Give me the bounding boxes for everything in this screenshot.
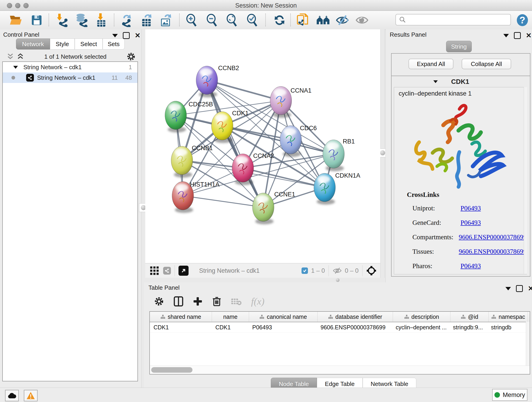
- cell-shared-name[interactable]: CDK1: [150, 322, 212, 332]
- horizontal-splitter[interactable]: [144, 278, 385, 282]
- table-vertical-scrollbar[interactable]: [526, 322, 530, 366]
- network-node-CCNB2[interactable]: CCNB2: [196, 65, 239, 97]
- expand-all-button[interactable]: Expand All: [409, 59, 453, 69]
- zoom-fit-icon[interactable]: [225, 13, 239, 27]
- panel-float-icon[interactable]: [112, 34, 118, 37]
- crosslink-row: Uniprot:P06493: [394, 204, 526, 212]
- network-view-icon[interactable]: [163, 267, 171, 274]
- cell-namespac[interactable]: stringdb: [487, 322, 526, 332]
- detach-view-icon[interactable]: [178, 266, 189, 276]
- crosslink-link[interactable]: 9606.ENSP00000378699: [459, 248, 526, 255]
- import-network-icon[interactable]: [55, 13, 69, 27]
- table-row[interactable]: CDK1CDK1P064939606.ENSP00000378699cyclin…: [150, 322, 530, 332]
- cell-description[interactable]: cyclin–dependent ...: [392, 322, 449, 332]
- tab-network[interactable]: Network: [16, 38, 50, 50]
- column-header-@id[interactable]: @id: [450, 312, 489, 322]
- crosslink-link[interactable]: P06493: [461, 219, 481, 226]
- node-label-CDC6: CDC6: [300, 125, 317, 132]
- network-options-gear-icon[interactable]: [127, 52, 136, 61]
- memory-button[interactable]: Memory: [492, 389, 527, 401]
- search-input[interactable]: [408, 16, 510, 23]
- cloud-status-button[interactable]: [5, 390, 19, 401]
- crosslink-link[interactable]: P06493: [461, 204, 481, 212]
- column-header-canonical-name[interactable]: canonical name: [249, 312, 317, 322]
- column-header-namespac[interactable]: namespac: [489, 312, 528, 322]
- collection-expand-icon[interactable]: [13, 66, 18, 69]
- export-image-icon[interactable]: [158, 13, 173, 27]
- memory-label: Memory: [503, 391, 525, 399]
- collapse-all-button[interactable]: Collapse All: [462, 59, 511, 69]
- save-session-icon[interactable]: [29, 13, 44, 27]
- right-splitter[interactable]: [380, 29, 385, 282]
- results-scrollbar[interactable]: [524, 87, 527, 274]
- cell-database-identifier[interactable]: 9606.ENSP00000378699: [317, 322, 392, 332]
- tab-style[interactable]: Style: [50, 38, 75, 50]
- import-network-database-icon[interactable]: [75, 13, 89, 27]
- table-horizontal-scrollbar[interactable]: [150, 366, 530, 374]
- expand-all-icon[interactable]: [17, 53, 24, 60]
- column-header-name[interactable]: name: [212, 312, 249, 322]
- zoom-selected-icon[interactable]: [245, 13, 260, 27]
- help-button[interactable]: ?: [515, 13, 530, 27]
- crosslink-link[interactable]: P06493: [461, 262, 481, 270]
- network-node-CCNA1[interactable]: CCNA1: [270, 86, 312, 118]
- show-all-icon[interactable]: [355, 13, 369, 27]
- panel-close-icon[interactable]: ✕: [526, 33, 532, 38]
- table-panel-title: Table Panel: [148, 284, 180, 291]
- tab-sets[interactable]: Sets: [103, 38, 125, 50]
- add-column-icon[interactable]: [193, 297, 203, 306]
- clone-network-icon[interactable]: [296, 13, 310, 27]
- network-row[interactable]: String Network – cdk1 11 48: [3, 72, 138, 83]
- import-table-icon[interactable]: [94, 13, 109, 27]
- network-graph[interactable]: CCNB2CCNA1CDC25BCDK1CDC6RB1CCNB1CCNA2CDK…: [145, 29, 380, 263]
- delete-column-icon[interactable]: [212, 296, 221, 307]
- zoom-out-icon[interactable]: [205, 13, 219, 27]
- panel-float-icon[interactable]: [505, 287, 511, 290]
- edge-CCNB2-CCNE1[interactable]: [207, 80, 263, 207]
- collapse-section-icon[interactable]: [433, 80, 438, 83]
- network-node-CCNE1[interactable]: CCNE1: [253, 191, 295, 224]
- network-node-HIST1H1A[interactable]: HIST1H1A: [172, 181, 220, 213]
- network-collection-row[interactable]: String Network – cdk1 1: [3, 62, 138, 72]
- panel-maximize-icon[interactable]: [514, 32, 521, 39]
- apply-layout-icon[interactable]: [272, 13, 287, 27]
- tab-string[interactable]: String: [446, 41, 472, 52]
- edge-CDK1-RB1[interactable]: [222, 126, 334, 154]
- table-settings-gear-icon[interactable]: [154, 296, 164, 306]
- panel-float-icon[interactable]: [503, 34, 509, 37]
- horizontal-splitter-handle[interactable]: [336, 278, 340, 282]
- network-view-canvas[interactable]: CCNB2CCNA1CDC25BCDK1CDC6RB1CCNB1CCNA2CDK…: [145, 29, 380, 263]
- zoom-in-icon[interactable]: [184, 13, 199, 27]
- cell-@id[interactable]: stringdb:9...: [449, 322, 487, 332]
- tab-select[interactable]: Select: [75, 38, 103, 50]
- panel-maximize-icon[interactable]: [516, 285, 523, 292]
- crosslink-link[interactable]: 9606.ENSP00000378699: [459, 233, 526, 241]
- column-header-description[interactable]: description: [393, 312, 450, 322]
- collapse-all-icon[interactable]: [6, 53, 14, 60]
- string-home-icon[interactable]: [316, 13, 330, 27]
- edge-HIST1H1A-CCNE1[interactable]: [183, 196, 263, 207]
- network-node-RB1[interactable]: RB1: [323, 138, 355, 171]
- grid-view-icon[interactable]: [150, 266, 159, 275]
- open-session-icon[interactable]: [8, 13, 23, 27]
- panel-close-icon[interactable]: ✕: [135, 33, 140, 38]
- birdseye-crosshair-icon[interactable]: [366, 265, 377, 276]
- node-table[interactable]: shared namenamecanonical namedatabase id…: [149, 311, 530, 375]
- network-node-CDC25B[interactable]: CDC25B: [165, 101, 213, 133]
- hide-selected-icon[interactable]: [335, 13, 350, 27]
- warning-icon: [26, 392, 35, 400]
- export-network-icon[interactable]: [120, 13, 134, 27]
- column-header-database-identifier[interactable]: database identifier: [317, 312, 393, 322]
- export-table-icon[interactable]: [139, 13, 154, 27]
- scrollbar-thumb[interactable]: [151, 367, 192, 373]
- show-columns-icon[interactable]: [174, 296, 183, 307]
- panel-maximize-icon[interactable]: [123, 32, 130, 39]
- cell-canonical-name[interactable]: P06493: [249, 322, 317, 332]
- network-node-CDKN1A[interactable]: CDKN1A: [314, 172, 360, 205]
- column-header-shared-name[interactable]: shared name: [150, 312, 212, 322]
- warnings-button[interactable]: [24, 390, 38, 401]
- panel-close-icon[interactable]: ✕: [528, 286, 532, 291]
- cell-name[interactable]: CDK1: [212, 322, 249, 332]
- protein-card-header[interactable]: CDK1: [392, 76, 530, 87]
- selected-checkbox-icon[interactable]: [302, 268, 308, 274]
